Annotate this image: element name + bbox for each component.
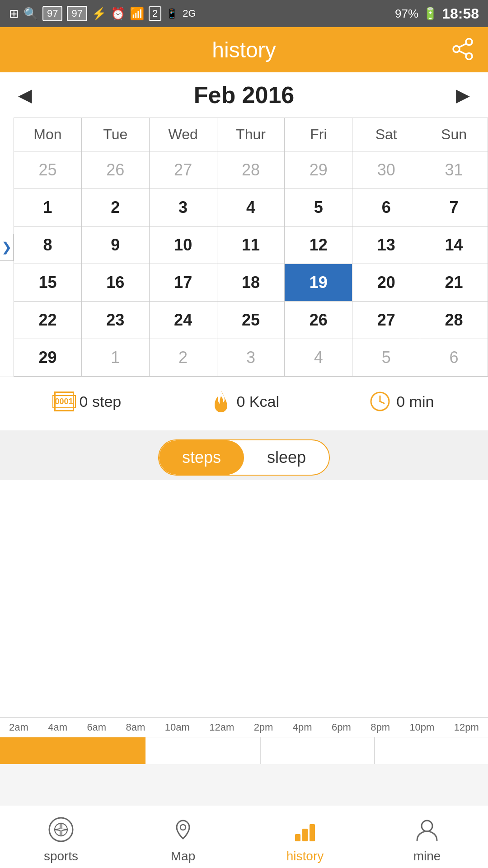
calendar-cell[interactable]: 18 bbox=[217, 264, 285, 302]
tab-sports[interactable]: sports bbox=[0, 814, 122, 863]
bottom-navigation: sports Map history bbox=[0, 806, 488, 868]
history-tab-label: history bbox=[286, 849, 324, 863]
calendar-cell[interactable]: 28 bbox=[420, 302, 488, 339]
map-icon bbox=[167, 814, 199, 845]
calendar-cell[interactable]: 3 bbox=[217, 339, 285, 377]
app-header: history bbox=[0, 27, 488, 72]
sports-icon bbox=[45, 814, 77, 845]
history-icon bbox=[289, 814, 321, 845]
tab-map[interactable]: Map bbox=[122, 814, 244, 863]
chart-area bbox=[0, 480, 488, 717]
time-label: 8am bbox=[126, 722, 145, 733]
alarm-icon: ⏰ bbox=[111, 7, 125, 21]
weekday-tue: Tue bbox=[82, 118, 150, 151]
time-label: 4am bbox=[48, 722, 67, 733]
calendar-cell[interactable]: 27 bbox=[150, 151, 217, 189]
flame-icon bbox=[211, 390, 231, 413]
calendar-cell[interactable]: 1 bbox=[14, 189, 82, 226]
badge2: 97 bbox=[67, 6, 87, 21]
steps-sleep-toggle[interactable]: steps sleep bbox=[158, 439, 330, 476]
calendar-row-3: 8 9 10 11 12 13 14 bbox=[14, 226, 488, 264]
time-label: 4pm bbox=[293, 722, 312, 733]
clock: 18:58 bbox=[442, 5, 479, 22]
tab-history[interactable]: history bbox=[244, 814, 366, 863]
calendar-cell[interactable]: 9 bbox=[82, 226, 150, 264]
calendar-cell[interactable]: 31 bbox=[420, 151, 488, 189]
calendar-cell[interactable]: 16 bbox=[82, 264, 150, 302]
calendar-cell[interactable]: 6 bbox=[420, 339, 488, 377]
calendar-cell[interactable]: 26 bbox=[285, 302, 352, 339]
calendar-row-2: 1 2 3 4 5 6 7 bbox=[14, 189, 488, 226]
calendar-cell[interactable]: 29 bbox=[14, 339, 82, 377]
calendar-cell[interactable]: 11 bbox=[217, 226, 285, 264]
calendar-cell[interactable]: 21 bbox=[420, 264, 488, 302]
kcal-stat: 0 Kcal bbox=[211, 390, 279, 413]
calendar-cell[interactable]: 29 bbox=[285, 151, 352, 189]
time-stat: 0 min bbox=[369, 391, 434, 412]
next-month-button[interactable]: ▶ bbox=[456, 85, 470, 105]
steps-toggle-option[interactable]: steps bbox=[159, 440, 244, 475]
calendar-cell[interactable]: 13 bbox=[352, 226, 420, 264]
weekday-sun: Sun bbox=[420, 118, 488, 151]
month-year-display: Feb 2016 bbox=[194, 81, 295, 108]
calendar-cell[interactable]: 22 bbox=[14, 302, 82, 339]
sleep-toggle-option[interactable]: sleep bbox=[244, 440, 329, 475]
share-button[interactable] bbox=[451, 38, 474, 62]
time-label: 12am bbox=[209, 722, 234, 733]
calendar-cell[interactable]: 4 bbox=[217, 189, 285, 226]
calendar-cell[interactable]: 2 bbox=[82, 189, 150, 226]
calendar-cell[interactable]: 25 bbox=[217, 302, 285, 339]
calendar-cell[interactable]: 27 bbox=[352, 302, 420, 339]
calendar-cell[interactable]: 14 bbox=[420, 226, 488, 264]
steps-stat: 0001 0 step bbox=[54, 392, 122, 411]
status-left: ⊞ 🔍 97 97 ⚡ ⏰ 📶 2 📱 2G bbox=[9, 6, 196, 21]
calendar-cell[interactable]: 5 bbox=[352, 339, 420, 377]
prev-month-button[interactable]: ◀ bbox=[18, 85, 32, 105]
mine-icon bbox=[411, 814, 443, 845]
calendar-row-5: 22 23 24 25 26 27 28 bbox=[14, 302, 488, 339]
svg-point-8 bbox=[49, 818, 73, 841]
wifi-icon: 📶 bbox=[130, 7, 144, 21]
number2-icon: 2 bbox=[149, 6, 161, 21]
time-label: 10pm bbox=[409, 722, 434, 733]
calendar-section: ◀ Feb 2016 ▶ ❯ Mon Tue Wed Thur Fri bbox=[0, 72, 488, 430]
calendar-cell[interactable]: 6 bbox=[352, 189, 420, 226]
svg-point-13 bbox=[180, 825, 186, 830]
calendar-cell[interactable]: 26 bbox=[82, 151, 150, 189]
tab-mine[interactable]: mine bbox=[366, 814, 488, 863]
calendar-cell[interactable]: 28 bbox=[217, 151, 285, 189]
min-value: 0 min bbox=[396, 393, 434, 410]
calendar-cell[interactable]: 4 bbox=[285, 339, 352, 377]
status-bar: ⊞ 🔍 97 97 ⚡ ⏰ 📶 2 📱 2G 97% 🔋 18:58 bbox=[0, 0, 488, 27]
calendar-cell[interactable]: 7 bbox=[420, 189, 488, 226]
calendar-cell[interactable]: 3 bbox=[150, 189, 217, 226]
calendar-cell[interactable]: 24 bbox=[150, 302, 217, 339]
calendar-cell[interactable]: 23 bbox=[82, 302, 150, 339]
calendar-cell[interactable]: 8 bbox=[14, 226, 82, 264]
bar-segment-2 bbox=[147, 737, 261, 764]
calendar-cell[interactable]: 12 bbox=[285, 226, 352, 264]
steps-value: 0 step bbox=[80, 393, 122, 410]
calendar-cell[interactable]: 15 bbox=[14, 264, 82, 302]
calendar-cell[interactable]: 25 bbox=[14, 151, 82, 189]
calendar-cell[interactable]: 1 bbox=[82, 339, 150, 377]
calendar-header: Mon Tue Wed Thur Fri Sat Sun bbox=[14, 118, 488, 151]
calendar-cell[interactable]: 30 bbox=[352, 151, 420, 189]
time-label: 6am bbox=[87, 722, 106, 733]
week-chevron[interactable]: ❯ bbox=[0, 234, 14, 261]
calendar-cell[interactable]: 2 bbox=[150, 339, 217, 377]
calendar-cell[interactable]: 20 bbox=[352, 264, 420, 302]
svg-point-2 bbox=[453, 46, 460, 52]
calendar-cell-selected[interactable]: 19 bbox=[285, 264, 352, 302]
calendar-cell[interactable]: 5 bbox=[285, 189, 352, 226]
bar-segment-4 bbox=[375, 737, 488, 764]
sim-icon: 📱 bbox=[166, 8, 178, 19]
clock-icon bbox=[369, 391, 391, 412]
calendar-cell[interactable]: 17 bbox=[150, 264, 217, 302]
calendar-cell[interactable]: 10 bbox=[150, 226, 217, 264]
calendar-grid: Mon Tue Wed Thur Fri Sat Sun 25 26 27 28 bbox=[14, 118, 488, 377]
toggle-container: steps sleep bbox=[0, 439, 488, 476]
time-label: 10am bbox=[165, 722, 190, 733]
mine-tab-label: mine bbox=[413, 849, 441, 863]
time-label: 12pm bbox=[454, 722, 479, 733]
